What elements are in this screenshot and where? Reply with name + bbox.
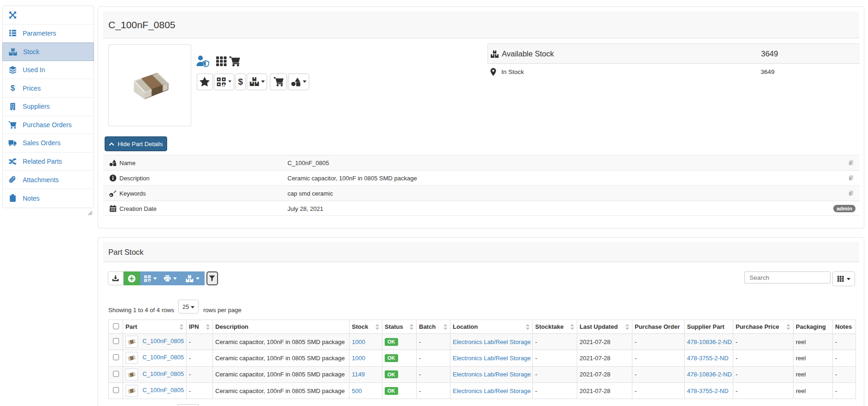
svg-text:$: $ [10, 84, 15, 92]
